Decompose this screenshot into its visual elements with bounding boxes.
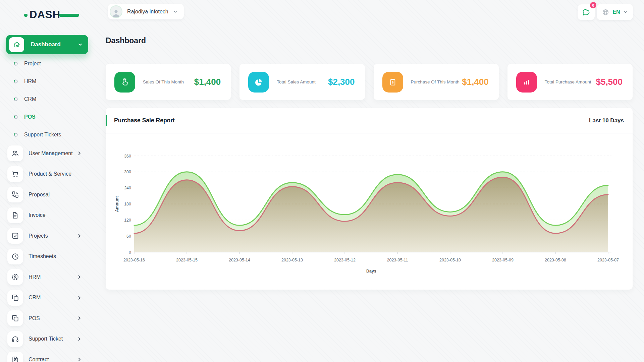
bullet-ring-icon xyxy=(13,115,18,119)
clock-icon xyxy=(7,249,23,264)
sidebar-item-product-service[interactable]: Product & Service xyxy=(0,164,95,185)
chevron-right-icon xyxy=(77,295,82,300)
page-title: Dashboard xyxy=(106,36,146,45)
menu-item-label: CRM xyxy=(29,295,41,301)
chevron-down-icon xyxy=(173,9,178,14)
purchase-sale-area-chart: 0601201802403003602023-05-162023-05-1520… xyxy=(106,133,633,290)
stat-label: Total Sales Amount xyxy=(277,79,316,84)
globe-icon xyxy=(602,8,609,16)
y-tick-label: 60 xyxy=(126,234,131,239)
stat-label: Sales Of This Month xyxy=(143,79,184,84)
sidebar-sub-menu: ProjectHRMCRMPOSSupport Tickets xyxy=(0,55,95,143)
sidebar-sub-item-support-tickets[interactable]: Support Tickets xyxy=(0,126,95,143)
stat-value: $5,500 xyxy=(596,77,623,87)
sidebar-item-pos[interactable]: POS xyxy=(0,308,95,329)
menu-item-label: User Management xyxy=(29,150,73,157)
purchase-clipboard-icon: $ xyxy=(382,72,403,93)
x-tick-label: 2023-05-15 xyxy=(176,258,198,262)
stats-row: Sales Of This Month$1,400Total Sales Amo… xyxy=(106,64,633,100)
header-accent-bar xyxy=(106,115,107,126)
bullet-ring-icon xyxy=(13,97,18,102)
sidebar-item-user-management[interactable]: User Management xyxy=(0,143,95,164)
brand-logo: DASH xyxy=(24,9,74,21)
sub-item-label: Project xyxy=(24,61,41,67)
bullet-ring-icon xyxy=(13,61,18,66)
x-tick-label: 2023-05-08 xyxy=(545,258,566,262)
sidebar-item-invoice[interactable]: Invoice xyxy=(0,205,95,226)
app: DASH Dashboard ProjectHRMCRMPOSSupport T… xyxy=(0,0,644,362)
sub-item-label: POS xyxy=(24,114,36,120)
stat-label: Total Purchase Amount xyxy=(545,79,591,84)
stat-card-purchase-of-this-month: $Purchase Of This Month$1,400 xyxy=(374,64,499,100)
messages-button[interactable]: 0 xyxy=(578,4,595,20)
svg-text:$: $ xyxy=(392,80,394,84)
sidebar-sub-item-pos[interactable]: POS xyxy=(0,108,95,126)
bullet-ring-icon xyxy=(13,132,18,137)
menu-item-label: Support Ticket xyxy=(29,336,63,342)
menu-item-label: Projects xyxy=(29,233,48,239)
checkbox-icon xyxy=(7,228,23,244)
chevron-right-icon xyxy=(77,275,82,280)
menu-item-label: Proposal xyxy=(29,192,50,198)
chat-badge: 0 xyxy=(590,2,596,8)
purchase-sale-report-card: Purchase Sale Report Last 10 Days 060120… xyxy=(106,108,633,290)
stat-card-total-purchase-amount: Total Purchase Amount$5,500 xyxy=(507,64,633,100)
sidebar-sub-item-crm[interactable]: CRM xyxy=(0,90,95,108)
sub-item-label: Support Tickets xyxy=(24,132,61,138)
bullet-ring-icon xyxy=(13,79,18,84)
chevron-right-icon xyxy=(77,233,82,238)
sidebar: DASH Dashboard ProjectHRMCRMPOSSupport T… xyxy=(0,0,95,362)
hand-tap-icon xyxy=(114,72,135,93)
invoice-file-icon xyxy=(7,207,23,223)
menu-item-label: HRM xyxy=(29,274,41,280)
language-selector[interactable]: EN xyxy=(597,4,633,20)
x-tick-label: 2023-05-09 xyxy=(492,258,514,262)
sidebar-sub-item-project[interactable]: Project xyxy=(0,55,95,72)
x-tick-label: 2023-05-13 xyxy=(281,258,303,262)
language-code: EN xyxy=(612,9,620,15)
x-tick-label: 2023-05-14 xyxy=(229,258,250,262)
sidebar-item-proposal[interactable]: Proposal xyxy=(0,184,95,205)
x-tick-label: 2023-05-07 xyxy=(597,258,619,262)
sidebar-item-projects[interactable]: Projects xyxy=(0,226,95,246)
menu-item-label: Contract xyxy=(29,357,49,362)
save-disk-icon xyxy=(7,352,23,362)
chart-range-label: Last 10 Days xyxy=(589,117,624,124)
avatar-person-icon xyxy=(110,5,122,18)
menu-item-label: Product & Service xyxy=(29,171,71,177)
y-tick-label: 0 xyxy=(129,250,131,255)
logo-accent-bar xyxy=(59,14,79,17)
overlap-squares-icon xyxy=(7,290,23,306)
menu-item-label: Timesheets xyxy=(29,253,56,259)
y-tick-label: 240 xyxy=(124,186,131,190)
sub-item-label: CRM xyxy=(24,96,36,102)
x-tick-label: 2023-05-16 xyxy=(123,258,145,262)
y-tick-label: 120 xyxy=(124,218,131,223)
bar-chart-icon xyxy=(516,72,537,93)
sidebar-item-contract[interactable]: Contract xyxy=(0,349,95,362)
menu-item-label: Invoice xyxy=(29,212,46,218)
workspace-name: Rajodiya infotech xyxy=(127,9,168,15)
y-tick-label: 180 xyxy=(124,202,131,206)
x-tick-label: 2023-05-10 xyxy=(439,258,461,262)
sidebar-item-crm[interactable]: CRM xyxy=(0,288,95,308)
sidebar-item-support-ticket[interactable]: Support Ticket xyxy=(0,329,95,350)
stat-card-sales-of-this-month: Sales Of This Month$1,400 xyxy=(106,64,231,100)
y-tick-label: 360 xyxy=(124,154,131,159)
x-tick-label: 2023-05-11 xyxy=(387,258,408,262)
sidebar-sub-item-hrm[interactable]: HRM xyxy=(0,72,95,90)
stat-value: $1,400 xyxy=(194,77,221,87)
sidebar-main-menu: User ManagementProduct & ServiceProposal… xyxy=(0,143,95,362)
swap-boxes-icon xyxy=(7,187,23,202)
sidebar-item-dashboard[interactable]: Dashboard xyxy=(6,35,88,54)
cart-icon xyxy=(7,166,23,182)
sidebar-item-hrm[interactable]: HRM xyxy=(0,267,95,288)
menu-item-label: POS xyxy=(29,315,40,321)
workspace-selector[interactable]: Rajodiya infotech xyxy=(108,4,184,19)
chart-title: Purchase Sale Report xyxy=(114,117,175,124)
logo-accent-dot xyxy=(24,14,28,17)
brand-name: DASH xyxy=(30,9,60,21)
stat-card-total-sales-amount: Total Sales Amount$2,300 xyxy=(239,64,365,100)
stat-value: $2,300 xyxy=(328,77,355,87)
sidebar-item-timesheets[interactable]: Timesheets xyxy=(0,246,95,267)
